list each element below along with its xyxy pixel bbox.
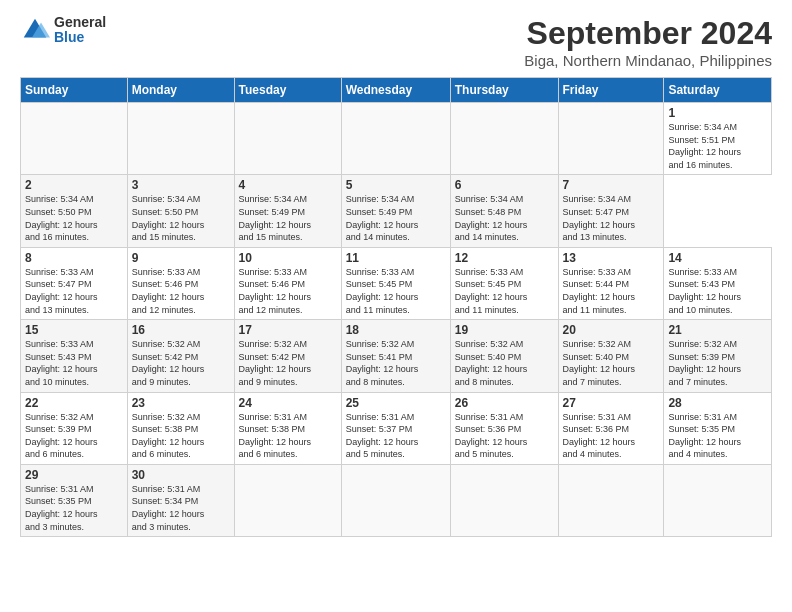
- calendar-cell-9: 9Sunrise: 5:33 AMSunset: 5:46 PMDaylight…: [127, 247, 234, 319]
- calendar-cell-3: 3Sunrise: 5:34 AMSunset: 5:50 PMDaylight…: [127, 175, 234, 247]
- calendar-cell-27: 27Sunrise: 5:31 AMSunset: 5:36 PMDayligh…: [558, 392, 664, 464]
- calendar-table: SundayMondayTuesdayWednesdayThursdayFrid…: [20, 77, 772, 537]
- logo-icon: [20, 15, 50, 45]
- calendar-cell-21: 21Sunrise: 5:32 AMSunset: 5:39 PMDayligh…: [664, 320, 772, 392]
- logo-general-text: General: [54, 15, 106, 30]
- logo-blue-text: Blue: [54, 30, 106, 45]
- calendar-cell-30: 30Sunrise: 5:31 AMSunset: 5:34 PMDayligh…: [127, 464, 234, 536]
- calendar-cell-empty: [341, 103, 450, 175]
- calendar-header-sunday: Sunday: [21, 78, 128, 103]
- calendar-header-friday: Friday: [558, 78, 664, 103]
- main-title: September 2024: [524, 15, 772, 52]
- calendar-cell-19: 19Sunrise: 5:32 AMSunset: 5:40 PMDayligh…: [450, 320, 558, 392]
- calendar-header-row: SundayMondayTuesdayWednesdayThursdayFrid…: [21, 78, 772, 103]
- calendar-cell-11: 11Sunrise: 5:33 AMSunset: 5:45 PMDayligh…: [341, 247, 450, 319]
- calendar-cell-20: 20Sunrise: 5:32 AMSunset: 5:40 PMDayligh…: [558, 320, 664, 392]
- calendar-cell-24: 24Sunrise: 5:31 AMSunset: 5:38 PMDayligh…: [234, 392, 341, 464]
- calendar-cell-empty: [450, 464, 558, 536]
- calendar-cell-16: 16Sunrise: 5:32 AMSunset: 5:42 PMDayligh…: [127, 320, 234, 392]
- calendar-header-thursday: Thursday: [450, 78, 558, 103]
- calendar-cell-13: 13Sunrise: 5:33 AMSunset: 5:44 PMDayligh…: [558, 247, 664, 319]
- calendar-header-tuesday: Tuesday: [234, 78, 341, 103]
- calendar-cell-5: 5Sunrise: 5:34 AMSunset: 5:49 PMDaylight…: [341, 175, 450, 247]
- calendar-cell-7: 7Sunrise: 5:34 AMSunset: 5:47 PMDaylight…: [558, 175, 664, 247]
- calendar-cell-empty: [127, 103, 234, 175]
- calendar-cell-15: 15Sunrise: 5:33 AMSunset: 5:43 PMDayligh…: [21, 320, 128, 392]
- calendar-cell-14: 14Sunrise: 5:33 AMSunset: 5:43 PMDayligh…: [664, 247, 772, 319]
- calendar-cell-empty: [341, 464, 450, 536]
- title-area: September 2024 Biga, Northern Mindanao, …: [524, 15, 772, 69]
- calendar-header-monday: Monday: [127, 78, 234, 103]
- calendar-cell-6: 6Sunrise: 5:34 AMSunset: 5:48 PMDaylight…: [450, 175, 558, 247]
- calendar-cell-empty: [234, 464, 341, 536]
- calendar-cell-12: 12Sunrise: 5:33 AMSunset: 5:45 PMDayligh…: [450, 247, 558, 319]
- calendar-cell-29: 29Sunrise: 5:31 AMSunset: 5:35 PMDayligh…: [21, 464, 128, 536]
- calendar-cell-empty: [234, 103, 341, 175]
- calendar-week-2: 2Sunrise: 5:34 AMSunset: 5:50 PMDaylight…: [21, 175, 772, 247]
- calendar-week-1: 1Sunrise: 5:34 AMSunset: 5:51 PMDaylight…: [21, 103, 772, 175]
- calendar-cell-8: 8Sunrise: 5:33 AMSunset: 5:47 PMDaylight…: [21, 247, 128, 319]
- calendar-cell-28: 28Sunrise: 5:31 AMSunset: 5:35 PMDayligh…: [664, 392, 772, 464]
- calendar-cell-empty: [450, 103, 558, 175]
- calendar-cell-26: 26Sunrise: 5:31 AMSunset: 5:36 PMDayligh…: [450, 392, 558, 464]
- calendar-cell-1: 1Sunrise: 5:34 AMSunset: 5:51 PMDaylight…: [664, 103, 772, 175]
- calendar-cell-empty: [558, 464, 664, 536]
- calendar-week-6: 29Sunrise: 5:31 AMSunset: 5:35 PMDayligh…: [21, 464, 772, 536]
- calendar-cell-empty: [558, 103, 664, 175]
- calendar-cell-2: 2Sunrise: 5:34 AMSunset: 5:50 PMDaylight…: [21, 175, 128, 247]
- subtitle: Biga, Northern Mindanao, Philippines: [524, 52, 772, 69]
- calendar-cell-10: 10Sunrise: 5:33 AMSunset: 5:46 PMDayligh…: [234, 247, 341, 319]
- calendar-header-saturday: Saturday: [664, 78, 772, 103]
- logo-text: General Blue: [54, 15, 106, 46]
- calendar-cell-17: 17Sunrise: 5:32 AMSunset: 5:42 PMDayligh…: [234, 320, 341, 392]
- logo: General Blue: [20, 15, 106, 46]
- calendar-header-wednesday: Wednesday: [341, 78, 450, 103]
- page: General Blue September 2024 Biga, Northe…: [0, 0, 792, 612]
- calendar-week-4: 15Sunrise: 5:33 AMSunset: 5:43 PMDayligh…: [21, 320, 772, 392]
- calendar-cell-23: 23Sunrise: 5:32 AMSunset: 5:38 PMDayligh…: [127, 392, 234, 464]
- calendar-cell-22: 22Sunrise: 5:32 AMSunset: 5:39 PMDayligh…: [21, 392, 128, 464]
- header: General Blue September 2024 Biga, Northe…: [20, 15, 772, 69]
- calendar-cell-4: 4Sunrise: 5:34 AMSunset: 5:49 PMDaylight…: [234, 175, 341, 247]
- calendar-cell-empty: [21, 103, 128, 175]
- calendar-cell-empty: [664, 464, 772, 536]
- calendar-cell-25: 25Sunrise: 5:31 AMSunset: 5:37 PMDayligh…: [341, 392, 450, 464]
- calendar-week-5: 22Sunrise: 5:32 AMSunset: 5:39 PMDayligh…: [21, 392, 772, 464]
- calendar-week-3: 8Sunrise: 5:33 AMSunset: 5:47 PMDaylight…: [21, 247, 772, 319]
- calendar-cell-18: 18Sunrise: 5:32 AMSunset: 5:41 PMDayligh…: [341, 320, 450, 392]
